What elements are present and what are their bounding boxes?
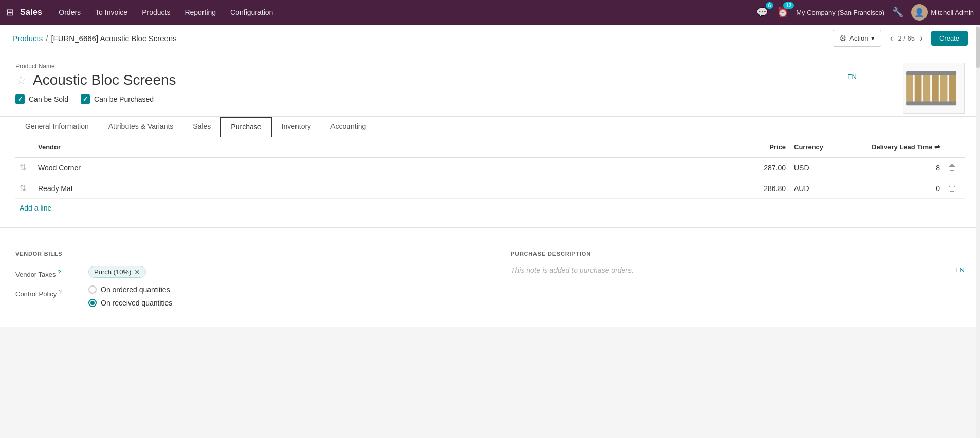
vendor-name-cell[interactable]: Ready Mat xyxy=(34,178,687,199)
nav-products[interactable]: Products xyxy=(136,5,176,20)
purchase-description-lang-badge[interactable]: EN xyxy=(955,266,965,274)
radio-group-control-policy: On ordered quantities On received quanti… xyxy=(88,285,469,307)
col-price: Price xyxy=(687,137,790,158)
svg-rect-1 xyxy=(915,73,922,104)
purchase-description-section: PURCHASE DESCRIPTION EN This note is add… xyxy=(490,251,965,314)
can-be-sold-label: Can be Sold xyxy=(29,95,68,103)
lead-time-cell[interactable]: 8 xyxy=(852,158,944,178)
breadcrumb-current: [FURN_6666] Acoustic Bloc Screens xyxy=(51,34,176,43)
delete-cell[interactable]: 🗑 xyxy=(944,178,965,199)
product-title: Acoustic Bloc Screens xyxy=(33,72,176,88)
app-name[interactable]: Sales xyxy=(20,8,42,17)
main-content: Product Name ☆ Acoustic Bloc Screens Can… xyxy=(0,52,980,327)
table-row: ⇅ Wood Corner 287.00 USD 8 🗑 xyxy=(15,158,965,178)
product-title-row: ☆ Acoustic Bloc Screens xyxy=(15,72,965,88)
col-delete xyxy=(944,137,965,158)
action-button[interactable]: ⚙ Action ▾ xyxy=(833,30,881,47)
user-name: Mitchell Admin xyxy=(931,9,974,16)
vendor-name-cell[interactable]: Wood Corner xyxy=(34,158,687,178)
activity-icon-button[interactable]: ⏰ 12 xyxy=(775,5,790,20)
can-be-purchased-checkbox[interactable]: Can be Purchased xyxy=(81,94,154,104)
tab-accounting[interactable]: Accounting xyxy=(321,117,376,137)
scrollbar[interactable] xyxy=(976,25,980,327)
col-currency: Currency xyxy=(790,137,852,158)
delete-cell[interactable]: 🗑 xyxy=(944,158,965,178)
table-row: ⇅ Ready Mat 286.80 AUD 0 🗑 xyxy=(15,178,965,199)
nav-to-invoice[interactable]: To Invoice xyxy=(89,5,134,20)
user-menu[interactable]: 👤 Mitchell Admin xyxy=(911,4,974,21)
product-image[interactable] xyxy=(903,63,965,114)
chat-badge: 6 xyxy=(766,2,774,9)
drag-handle[interactable]: ⇅ xyxy=(15,178,34,199)
create-button[interactable]: Create xyxy=(931,31,968,46)
svg-rect-4 xyxy=(940,73,948,104)
svg-rect-7 xyxy=(906,71,956,75)
radio-received-label: On received quantities xyxy=(101,299,172,307)
svg-rect-2 xyxy=(923,73,930,104)
vendor-bills-section: VENDOR BILLS Vendor Taxes ? Purch (10%) … xyxy=(15,251,490,314)
bottom-sections: VENDOR BILLS Vendor Taxes ? Purch (10%) … xyxy=(0,238,980,327)
currency-cell[interactable]: AUD xyxy=(790,178,852,199)
pager: ‹ 2 / 65 › xyxy=(887,32,925,45)
radio-ordered-circle xyxy=(88,285,97,294)
vendor-tax-tag: Purch (10%) ✕ xyxy=(88,266,146,278)
add-line-button[interactable]: Add a line xyxy=(15,199,56,217)
tab-inventory[interactable]: Inventory xyxy=(272,117,321,137)
radio-on-ordered-quantities[interactable]: On ordered quantities xyxy=(88,285,469,294)
control-policy-tooltip-icon[interactable]: ? xyxy=(59,289,62,295)
svg-rect-0 xyxy=(906,73,913,104)
sort-icon[interactable]: ⇌ xyxy=(934,143,940,151)
vendor-tax-label: Purch (10%) xyxy=(94,268,131,276)
pager-info: 2 / 65 xyxy=(898,34,915,42)
price-cell[interactable]: 287.00 xyxy=(687,158,790,178)
pager-next-button[interactable]: › xyxy=(918,32,925,45)
drag-handle[interactable]: ⇅ xyxy=(15,158,34,178)
favorite-star-icon[interactable]: ☆ xyxy=(15,73,27,87)
control-policy-label: Control Policy ? xyxy=(15,285,82,298)
gear-icon: ⚙ xyxy=(839,33,846,43)
lead-time-cell[interactable]: 0 xyxy=(852,178,944,199)
radio-on-received-quantities[interactable]: On received quantities xyxy=(88,299,469,307)
tab-general-information[interactable]: General Information xyxy=(15,117,99,137)
tab-attributes-variants[interactable]: Attributes & Variants xyxy=(99,117,183,137)
vendor-taxes-tooltip-icon[interactable]: ? xyxy=(58,269,61,275)
currency-cell[interactable]: USD xyxy=(790,158,852,178)
vendor-bills-title: VENDOR BILLS xyxy=(15,251,469,257)
purchase-description-container: EN This note is added to purchase orders… xyxy=(511,266,965,274)
vendor-tax-remove-button[interactable]: ✕ xyxy=(134,269,140,276)
vendor-taxes-value: Purch (10%) ✕ xyxy=(88,266,469,278)
top-navigation: ⊞ Sales Orders To Invoice Products Repor… xyxy=(0,0,980,25)
section-divider xyxy=(0,227,980,228)
vendor-table: Vendor Price Currency Delivery Lead Time… xyxy=(15,137,965,199)
radio-received-circle xyxy=(88,299,97,307)
purchase-description-input[interactable]: This note is added to purchase orders. xyxy=(511,266,965,274)
nav-configuration[interactable]: Configuration xyxy=(224,5,279,20)
company-selector[interactable]: My Company (San Francisco) xyxy=(796,9,884,16)
grid-icon[interactable]: ⊞ xyxy=(6,7,14,18)
breadcrumb: Products / [FURN_6666] Acoustic Bloc Scr… xyxy=(12,34,177,43)
col-lead-time: Delivery Lead Time ⇌ xyxy=(852,137,944,158)
product-name-label: Product Name xyxy=(15,63,965,70)
pager-prev-button[interactable]: ‹ xyxy=(887,32,895,45)
tab-sales[interactable]: Sales xyxy=(183,117,220,137)
can-be-sold-checkmark xyxy=(15,94,25,104)
price-cell[interactable]: 286.80 xyxy=(687,178,790,199)
svg-rect-3 xyxy=(932,73,939,104)
tab-content-purchase: Vendor Price Currency Delivery Lead Time… xyxy=(0,137,980,217)
chat-icon-button[interactable]: 💬 6 xyxy=(755,5,769,20)
scroll-thumb[interactable] xyxy=(976,27,980,68)
nav-orders[interactable]: Orders xyxy=(52,5,87,20)
settings-icon[interactable]: 🔧 xyxy=(891,5,905,20)
product-lang-badge[interactable]: EN xyxy=(847,73,857,81)
can-be-sold-checkbox[interactable]: Can be Sold xyxy=(15,94,68,104)
col-drag xyxy=(15,137,34,158)
product-header: Product Name ☆ Acoustic Bloc Screens Can… xyxy=(0,52,980,117)
vendor-taxes-label: Vendor Taxes ? xyxy=(15,266,82,278)
checkbox-row: Can be Sold Can be Purchased xyxy=(15,94,965,104)
purchase-description-title: PURCHASE DESCRIPTION xyxy=(511,251,965,257)
tab-purchase[interactable]: Purchase xyxy=(220,117,271,137)
control-policy-options: On ordered quantities On received quanti… xyxy=(88,285,469,307)
breadcrumb-parent-link[interactable]: Products xyxy=(12,34,43,43)
nav-reporting[interactable]: Reporting xyxy=(178,5,222,20)
can-be-purchased-checkmark xyxy=(81,94,90,104)
